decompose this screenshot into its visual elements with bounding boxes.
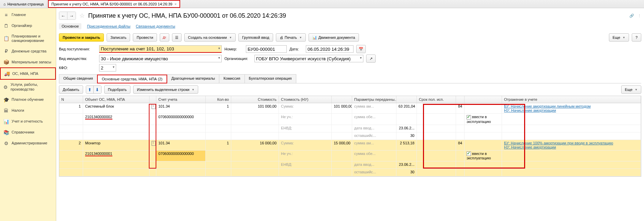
table-row[interactable]: 210134000000207060000000000000Не уч.:сум… — [59, 114, 641, 125]
favorite-icon[interactable]: ☆ — [79, 12, 85, 19]
reflection-link[interactable]: НУ: Начисление амортизации — [504, 145, 556, 149]
pick-button[interactable]: Подобрать — [104, 85, 130, 94]
col-srok-val[interactable] — [456, 96, 465, 103]
col-costnu[interactable]: Стоимость (НУ) — [279, 96, 332, 103]
tab-document[interactable]: Принятие к учету ОС, НМА, НПА БУ00-00000… — [48, 0, 180, 8]
forward-button[interactable]: → — [67, 12, 76, 19]
col-params[interactable]: Параметры переданны... — [352, 96, 396, 103]
col-qty[interactable]: Кол-во — [206, 96, 231, 103]
tab-commission[interactable]: Комиссия — [219, 74, 245, 83]
table-row[interactable]: 1Системный блок101.341101 000,00Сумма:10… — [59, 103, 641, 114]
card-icon[interactable] — [152, 104, 156, 109]
cell — [150, 132, 156, 140]
calendar-button[interactable] — [356, 45, 366, 53]
col-n[interactable]: N — [59, 96, 83, 103]
table-row[interactable]: ЕНВД:дата ввод...23.06.2... — [59, 125, 641, 132]
link-icon[interactable]: 🔗 — [629, 14, 634, 18]
print-button[interactable]: 🖨Печать▼ — [276, 33, 306, 42]
card-icon[interactable] — [152, 141, 156, 146]
tab-home[interactable]: ⌂ Начальная страница — [0, 0, 47, 8]
org-open-button[interactable]: ↗ — [366, 54, 376, 63]
edit-rows-button[interactable]: Изменить выделенные строки▼ — [133, 85, 198, 94]
in-service-checkbox[interactable] — [467, 152, 471, 156]
table-row[interactable]: 210134000000107060000000000000Не уч.:сум… — [59, 151, 641, 162]
nav-label: Материальные запасы — [12, 60, 51, 64]
cell — [456, 132, 465, 140]
reflection-link[interactable]: НУ: Начисление амортизации — [504, 108, 556, 112]
col-account[interactable]: Счет учета — [156, 96, 206, 103]
nav-education[interactable]: 🎓Платное обучение — [0, 94, 56, 105]
print-label: Печать — [285, 35, 297, 40]
nav-organizer[interactable]: 🗒Органайзер — [0, 20, 56, 31]
property-type-field[interactable] — [99, 55, 222, 62]
nav-services[interactable]: ⚙Услуги, работы, производство — [0, 80, 56, 94]
subnav-linked[interactable]: Связанные документы — [136, 24, 175, 28]
write-button[interactable]: Записать — [107, 33, 130, 42]
nav-os-nma-npa[interactable]: 🚚ОС, НМА, НПА — [0, 67, 56, 80]
org-field[interactable] — [254, 55, 363, 62]
reflection-link[interactable]: БУ: Начисление 100% амортизации при ввод… — [504, 141, 613, 145]
movements-button[interactable]: 📊Движения документа — [309, 33, 359, 42]
structure-button[interactable]: ☰ — [172, 33, 182, 42]
date-field[interactable] — [306, 45, 354, 53]
col-srok[interactable]: Срок пол. исп. — [417, 96, 456, 103]
subnav-main[interactable]: Основное — [59, 23, 81, 29]
sidebar: ≡Главное 🗒Органайзер 📋Планирование и сан… — [0, 8, 56, 221]
nav-money[interactable]: ₽Денежные средства — [0, 46, 56, 57]
kfo-field[interactable] — [99, 64, 116, 72]
cell: 15 000,00 — [332, 140, 352, 150]
cell — [465, 169, 502, 176]
receipt-type-field[interactable] — [99, 45, 222, 53]
cell — [83, 169, 150, 176]
cell: 84 — [456, 140, 465, 150]
nav-materials[interactable]: 📦Материальные запасы — [0, 57, 56, 67]
group-input-button[interactable]: Групповой ввод — [238, 33, 273, 42]
col-costnu-val[interactable] — [332, 96, 352, 103]
create-from-button[interactable]: Создать на основании▼ — [184, 33, 236, 42]
col-inservice[interactable] — [465, 96, 502, 103]
cell: 23.06.2... — [396, 125, 417, 132]
table-row[interactable]: ЕНВД:дата ввод...23.06.2... — [59, 161, 641, 169]
cell: Монитор — [83, 140, 150, 150]
tab-bookop[interactable]: Бухгалтерская операция — [245, 74, 296, 83]
add-button[interactable]: Добавить — [59, 85, 83, 94]
table-row[interactable]: оставшийс...30 — [59, 132, 641, 140]
nav-label: Платное обучение — [12, 97, 44, 102]
tab-os-nma-npa[interactable]: Основные средства, НМА, НПА (2) — [97, 75, 167, 83]
col-card[interactable] — [150, 96, 156, 103]
nav-main[interactable]: ≡Главное — [0, 10, 56, 20]
nav-directories[interactable]: 📚Справочники — [0, 127, 56, 138]
tab-close-icon[interactable]: × — [174, 2, 176, 6]
col-params-val[interactable] — [396, 96, 417, 103]
nav-planning[interactable]: 📋Планирование и санкционирование — [0, 31, 56, 46]
back-button[interactable]: ← — [59, 12, 67, 19]
tab-precious[interactable]: Драгоценные материалы — [167, 74, 219, 83]
col-reflection[interactable]: Отражение в учете — [502, 96, 641, 103]
nav-taxes[interactable]: 🏛Налоги — [0, 105, 56, 116]
cell — [150, 151, 156, 161]
nav-admin[interactable]: ⚙Администрирование — [0, 138, 56, 149]
subnav-files[interactable]: Присоединенные файлы — [87, 24, 130, 28]
tab-general[interactable]: Общие сведения — [59, 74, 97, 83]
col-object[interactable]: Объект ОС, НМА, НПА — [83, 96, 150, 103]
post-close-button[interactable]: Провести и закрыть — [59, 33, 104, 42]
cell — [502, 169, 641, 176]
dtkt-button[interactable]: Дт — [160, 33, 169, 42]
post-button[interactable]: Провести — [133, 33, 157, 42]
cell — [417, 151, 456, 161]
table-more-button[interactable]: Еще▼ — [621, 85, 641, 94]
table-row[interactable]: 2Монитор101.34116 000,00Сумма:15 000,00с… — [59, 140, 641, 151]
table-row[interactable]: оставшийс...30 — [59, 169, 641, 176]
in-service-checkbox[interactable] — [467, 115, 471, 120]
nav-reports[interactable]: 📊Учет и отчетность — [0, 116, 56, 127]
reflection-link[interactable]: БУ: Начисление амортизации линейным мето… — [504, 104, 591, 108]
col-cost[interactable]: Стоимость — [231, 96, 279, 103]
number-field[interactable] — [246, 45, 287, 53]
help-button[interactable]: ? — [632, 33, 641, 42]
more-button[interactable]: Еще▼ — [609, 33, 629, 42]
cell: Сумма: — [279, 103, 332, 113]
move-down-button[interactable]: ⬇ — [94, 86, 101, 93]
move-up-button[interactable]: ⬆ — [86, 86, 94, 93]
more-icon[interactable]: ⋮ — [638, 14, 641, 18]
cell — [206, 169, 231, 176]
